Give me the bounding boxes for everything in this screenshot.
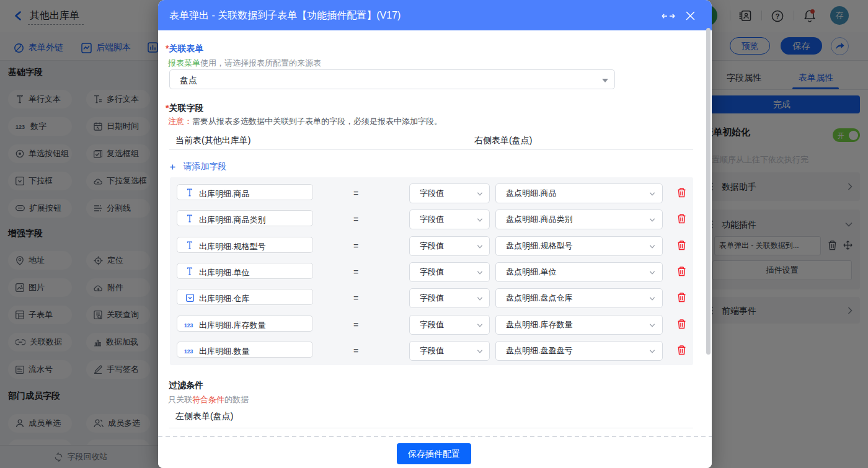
svg-text:123: 123	[184, 322, 193, 328]
svg-text:123: 123	[184, 348, 193, 354]
